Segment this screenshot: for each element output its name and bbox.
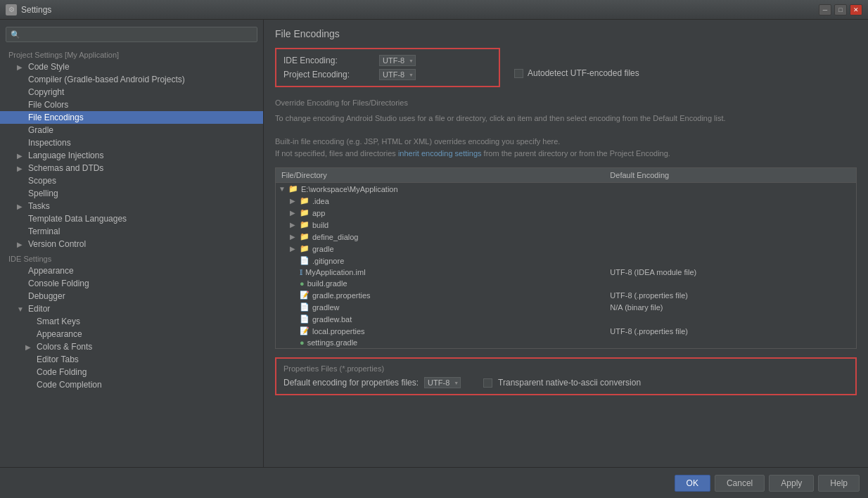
sidebar-item-label: Debugger [27, 291, 65, 301]
override-header: Override Encoding for Files/Directories [275, 98, 857, 107]
sidebar-item-language-injections[interactable]: ▶ Language Injections [0, 149, 263, 162]
autodetect-checkbox[interactable] [514, 69, 523, 78]
table-row[interactable]: 📄 gradlew.bat [276, 313, 857, 325]
sidebar-item-code-folding[interactable]: Code Folding [0, 366, 263, 378]
search-icon: 🔍 [11, 30, 20, 39]
apply-button[interactable]: Apply [769, 475, 814, 492]
arrow-icon: ▶ [17, 63, 27, 71]
sidebar-item-editor-tabs[interactable]: Editor Tabs [0, 353, 263, 366]
search-box[interactable]: 🔍 [6, 27, 257, 42]
sidebar-item-editor[interactable]: ▼ Editor [0, 302, 263, 315]
arrow-icon [25, 356, 35, 364]
sidebar-item-label: Appearance [27, 266, 74, 276]
search-input[interactable] [23, 30, 253, 39]
minimize-button[interactable]: ─ [819, 4, 831, 15]
maximize-button[interactable]: □ [834, 4, 847, 15]
tree-arrow-icon: ▶ [290, 209, 300, 217]
table-row[interactable]: ▼ 📁 E:\workspace\MyApplication [276, 183, 857, 196]
arrow-icon [17, 89, 27, 96]
file-encoding [604, 231, 856, 243]
sidebar-item-debugger[interactable]: Debugger [0, 290, 263, 302]
file-encoding: UTF-8 (IDEA module file) [604, 267, 856, 278]
sidebar-item-label: Terminal [27, 226, 60, 236]
window-controls: ─ □ ✕ [819, 4, 862, 15]
file-name: build [312, 221, 328, 229]
ide-encoding-select-wrapper[interactable]: UTF-8 [379, 55, 416, 66]
project-encoding-select-wrapper[interactable]: UTF-8 [379, 69, 416, 80]
tree-arrow-icon [290, 315, 300, 323]
default-encoding-select[interactable]: UTF-8 [424, 377, 461, 388]
sidebar-item-template-data[interactable]: Template Data Languages [0, 212, 263, 225]
arrow-icon: ▶ [17, 152, 27, 160]
file-tree-table: File/Directory Default Encoding ▼ 📁 E:\w… [275, 167, 857, 349]
table-row[interactable]: 📄 gradlew N/A (binary file) [276, 301, 857, 313]
arrow-icon: ▶ [17, 203, 27, 210]
sidebar-item-label: Colors & Fonts [35, 342, 92, 352]
file-name: gradlew [312, 303, 340, 312]
file-encoding: UTF-8 (.properties file) [604, 325, 856, 337]
arrow-icon: ▶ [17, 165, 27, 172]
ok-button[interactable]: OK [675, 475, 710, 492]
sidebar-item-label: Inspections [27, 138, 71, 148]
default-encoding-select-wrapper[interactable]: UTF-8 [424, 377, 461, 388]
arrow-icon: ▼ [17, 305, 27, 313]
close-button[interactable]: ✕ [850, 4, 862, 15]
sidebar-item-console-folding[interactable]: Console Folding [0, 277, 263, 290]
sidebar-item-spelling[interactable]: Spelling [0, 187, 263, 200]
arrow-icon [17, 293, 27, 300]
file-name: .idea [312, 197, 329, 205]
gradle-green-icon: ● [300, 279, 305, 288]
sidebar-item-tasks[interactable]: ▶ Tasks [0, 200, 263, 212]
tree-arrow-icon [290, 280, 300, 288]
table-row[interactable]: ● build.gradle [276, 278, 857, 289]
sidebar-item-terminal[interactable]: Terminal [0, 225, 263, 238]
table-row[interactable]: ● settings.gradle [276, 337, 857, 349]
table-row[interactable]: ▶ 📁 build [276, 219, 857, 231]
file-name: local.properties [312, 327, 365, 336]
sidebar-item-colors-fonts[interactable]: ▶ Colors & Fonts [0, 340, 263, 353]
table-row[interactable]: 📝 local.properties UTF-8 (.properties fi… [276, 325, 857, 337]
sidebar-item-code-completion[interactable]: Code Completion [0, 378, 263, 391]
default-encoding-label: Default encoding for properties files: [283, 378, 419, 388]
sidebar-item-file-colors[interactable]: File Colors [0, 98, 263, 111]
properties-row: Default encoding for properties files: U… [283, 377, 848, 388]
sidebar-item-file-encodings[interactable]: File Encodings [0, 111, 263, 124]
sidebar-item-label: Code Completion [35, 380, 102, 390]
table-row[interactable]: 📄 .gitignore [276, 255, 857, 267]
sidebar-item-appearance[interactable]: Appearance [0, 264, 263, 277]
table-row[interactable]: ▶ 📁 define_dialog [276, 231, 857, 243]
cancel-button[interactable]: Cancel [715, 475, 765, 492]
help-button[interactable]: Help [818, 475, 860, 492]
sidebar-item-label: Copyright [27, 87, 64, 97]
sidebar-item-copyright[interactable]: Copyright [0, 86, 263, 98]
sidebar: 🔍 Project Settings [My Application] ▶ Co… [0, 20, 264, 467]
table-row[interactable]: 𝕀 MyApplication.iml UTF-8 (IDEA module f… [276, 267, 857, 278]
sidebar-item-appearance2[interactable]: Appearance [0, 328, 263, 340]
sidebar-item-smart-keys[interactable]: Smart Keys [0, 315, 263, 328]
ide-encoding-select[interactable]: UTF-8 [379, 55, 416, 66]
sidebar-item-compiler[interactable]: Compiler (Gradle-based Android Projects) [0, 73, 263, 86]
sidebar-item-inspections[interactable]: Inspections [0, 136, 263, 149]
table-row[interactable]: 📝 gradle.properties UTF-8 (.properties f… [276, 289, 857, 301]
native-ascii-checkbox[interactable] [483, 378, 492, 388]
file-encoding [604, 243, 856, 255]
table-row[interactable]: ▶ 📁 app [276, 207, 857, 219]
sidebar-item-code-style[interactable]: ▶ Code Style [0, 60, 263, 73]
sidebar-item-label: Code Folding [35, 367, 87, 377]
table-row[interactable]: ▶ 📁 .idea [276, 195, 857, 207]
col-file-directory: File/Directory [276, 168, 605, 183]
tree-arrow-icon [290, 257, 300, 264]
desc1b: Default Encoding list. [653, 114, 725, 122]
sidebar-item-scopes[interactable]: Scopes [0, 174, 263, 187]
properties-box: Properties Files (*.properties) Default … [275, 357, 857, 395]
project-settings-header: Project Settings [My Application] [0, 46, 263, 60]
arrow-icon [17, 190, 27, 198]
sidebar-item-schemas-dtds[interactable]: ▶ Schemas and DTDs [0, 162, 263, 174]
desc1: To change encoding Android Studio uses f… [275, 114, 653, 122]
project-encoding-select[interactable]: UTF-8 [379, 69, 416, 80]
props-icon: 📝 [300, 326, 309, 336]
sidebar-item-gradle[interactable]: Gradle [0, 124, 263, 136]
table-row[interactable]: ▶ 📁 gradle [276, 243, 857, 255]
sidebar-item-version-control[interactable]: ▶ Version Control [0, 238, 263, 250]
file-encoding [604, 278, 856, 289]
